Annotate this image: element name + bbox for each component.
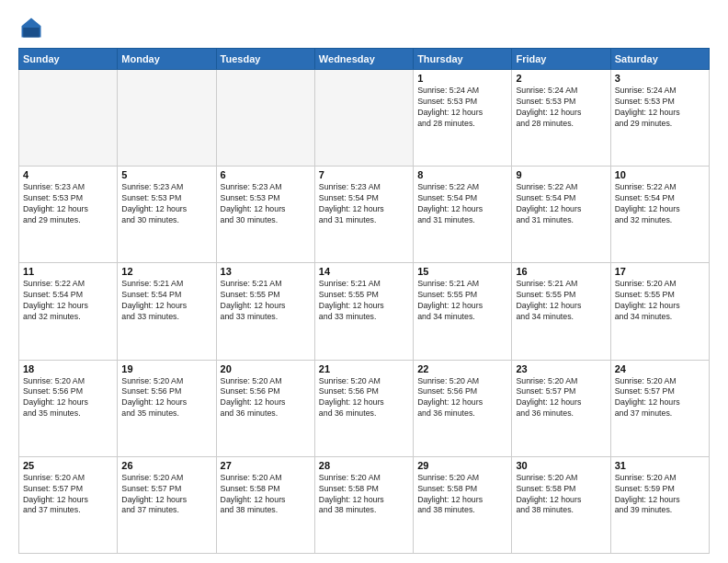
day-cell: 31Sunrise: 5:20 AM Sunset: 5:59 PM Dayli… — [610, 456, 709, 553]
day-info: Sunrise: 5:20 AM Sunset: 5:56 PM Dayligh… — [23, 376, 113, 420]
day-number: 16 — [516, 266, 606, 277]
day-number: 29 — [417, 460, 507, 471]
day-number: 11 — [23, 266, 113, 277]
day-info: Sunrise: 5:20 AM Sunset: 5:57 PM Dayligh… — [121, 473, 211, 517]
day-cell: 1Sunrise: 5:24 AM Sunset: 5:53 PM Daylig… — [414, 70, 512, 167]
day-cell: 12Sunrise: 5:21 AM Sunset: 5:54 PM Dayli… — [118, 263, 216, 360]
day-cell: 14Sunrise: 5:21 AM Sunset: 5:55 PM Dayli… — [314, 263, 413, 360]
svg-rect-2 — [23, 28, 40, 38]
day-cell: 2Sunrise: 5:24 AM Sunset: 5:53 PM Daylig… — [512, 70, 610, 167]
day-cell: 11Sunrise: 5:22 AM Sunset: 5:54 PM Dayli… — [19, 263, 118, 360]
day-cell — [19, 70, 118, 167]
day-info: Sunrise: 5:20 AM Sunset: 5:59 PM Dayligh… — [615, 473, 705, 517]
weekday-wednesday: Wednesday — [314, 49, 413, 70]
day-cell: 20Sunrise: 5:20 AM Sunset: 5:56 PM Dayli… — [216, 360, 314, 456]
day-info: Sunrise: 5:23 AM Sunset: 5:53 PM Dayligh… — [121, 182, 211, 226]
day-info: Sunrise: 5:22 AM Sunset: 5:54 PM Dayligh… — [615, 182, 705, 226]
day-info: Sunrise: 5:20 AM Sunset: 5:58 PM Dayligh… — [319, 473, 409, 517]
day-info: Sunrise: 5:20 AM Sunset: 5:57 PM Dayligh… — [516, 376, 606, 420]
day-number: 20 — [221, 363, 311, 374]
page: SundayMondayTuesdayWednesdayThursdayFrid… — [0, 0, 728, 563]
day-info: Sunrise: 5:21 AM Sunset: 5:55 PM Dayligh… — [221, 279, 311, 323]
day-number: 28 — [319, 460, 409, 471]
day-number: 17 — [615, 266, 705, 277]
day-number: 18 — [23, 363, 113, 374]
day-number: 30 — [516, 460, 606, 471]
day-info: Sunrise: 5:20 AM Sunset: 5:56 PM Dayligh… — [417, 376, 507, 420]
day-cell: 10Sunrise: 5:22 AM Sunset: 5:54 PM Dayli… — [610, 167, 709, 263]
day-number: 3 — [615, 73, 705, 84]
day-number: 4 — [23, 169, 113, 180]
week-row-5: 25Sunrise: 5:20 AM Sunset: 5:57 PM Dayli… — [19, 456, 710, 553]
day-cell: 29Sunrise: 5:20 AM Sunset: 5:58 PM Dayli… — [414, 456, 512, 553]
weekday-tuesday: Tuesday — [216, 49, 314, 70]
day-number: 27 — [221, 460, 311, 471]
day-cell: 9Sunrise: 5:22 AM Sunset: 5:54 PM Daylig… — [512, 167, 610, 263]
day-number: 26 — [121, 460, 211, 471]
day-number: 23 — [516, 363, 606, 374]
day-number: 21 — [319, 363, 409, 374]
day-number: 22 — [417, 363, 507, 374]
day-number: 2 — [516, 73, 606, 84]
day-cell: 26Sunrise: 5:20 AM Sunset: 5:57 PM Dayli… — [118, 456, 216, 553]
weekday-thursday: Thursday — [414, 49, 512, 70]
day-info: Sunrise: 5:21 AM Sunset: 5:55 PM Dayligh… — [516, 279, 606, 323]
day-cell: 25Sunrise: 5:20 AM Sunset: 5:57 PM Dayli… — [19, 456, 118, 553]
weekday-saturday: Saturday — [610, 49, 709, 70]
day-cell: 13Sunrise: 5:21 AM Sunset: 5:55 PM Dayli… — [216, 263, 314, 360]
day-info: Sunrise: 5:21 AM Sunset: 5:55 PM Dayligh… — [417, 279, 507, 323]
day-cell: 3Sunrise: 5:24 AM Sunset: 5:53 PM Daylig… — [610, 70, 709, 167]
day-info: Sunrise: 5:20 AM Sunset: 5:55 PM Dayligh… — [615, 279, 705, 323]
day-info: Sunrise: 5:22 AM Sunset: 5:54 PM Dayligh… — [417, 182, 507, 226]
day-cell: 6Sunrise: 5:23 AM Sunset: 5:53 PM Daylig… — [216, 167, 314, 263]
day-number: 10 — [615, 169, 705, 180]
day-number: 7 — [319, 169, 409, 180]
day-cell: 21Sunrise: 5:20 AM Sunset: 5:56 PM Dayli… — [314, 360, 413, 456]
day-number: 8 — [417, 169, 507, 180]
day-number: 6 — [221, 169, 311, 180]
day-info: Sunrise: 5:20 AM Sunset: 5:58 PM Dayligh… — [417, 473, 507, 517]
day-number: 19 — [121, 363, 211, 374]
logo — [18, 15, 48, 40]
weekday-sunday: Sunday — [19, 49, 118, 70]
day-info: Sunrise: 5:24 AM Sunset: 5:53 PM Dayligh… — [516, 86, 606, 130]
day-info: Sunrise: 5:20 AM Sunset: 5:56 PM Dayligh… — [221, 376, 311, 420]
day-cell: 5Sunrise: 5:23 AM Sunset: 5:53 PM Daylig… — [118, 167, 216, 263]
day-info: Sunrise: 5:21 AM Sunset: 5:55 PM Dayligh… — [319, 279, 409, 323]
day-number: 13 — [221, 266, 311, 277]
logo-icon — [18, 15, 44, 40]
calendar-table: SundayMondayTuesdayWednesdayThursdayFrid… — [18, 48, 710, 554]
day-info: Sunrise: 5:23 AM Sunset: 5:53 PM Dayligh… — [23, 182, 113, 226]
day-number: 12 — [121, 266, 211, 277]
day-cell: 4Sunrise: 5:23 AM Sunset: 5:53 PM Daylig… — [19, 167, 118, 263]
day-number: 9 — [516, 169, 606, 180]
day-number: 24 — [615, 363, 705, 374]
day-cell: 18Sunrise: 5:20 AM Sunset: 5:56 PM Dayli… — [19, 360, 118, 456]
week-row-3: 11Sunrise: 5:22 AM Sunset: 5:54 PM Dayli… — [19, 263, 710, 360]
day-cell — [314, 70, 413, 167]
day-cell: 22Sunrise: 5:20 AM Sunset: 5:56 PM Dayli… — [414, 360, 512, 456]
weekday-header-row: SundayMondayTuesdayWednesdayThursdayFrid… — [19, 49, 710, 70]
day-info: Sunrise: 5:22 AM Sunset: 5:54 PM Dayligh… — [516, 182, 606, 226]
week-row-2: 4Sunrise: 5:23 AM Sunset: 5:53 PM Daylig… — [19, 167, 710, 263]
day-cell: 7Sunrise: 5:23 AM Sunset: 5:54 PM Daylig… — [314, 167, 413, 263]
week-row-1: 1Sunrise: 5:24 AM Sunset: 5:53 PM Daylig… — [19, 70, 710, 167]
day-info: Sunrise: 5:20 AM Sunset: 5:58 PM Dayligh… — [516, 473, 606, 517]
day-number: 1 — [417, 73, 507, 84]
day-number: 14 — [319, 266, 409, 277]
week-row-4: 18Sunrise: 5:20 AM Sunset: 5:56 PM Dayli… — [19, 360, 710, 456]
day-info: Sunrise: 5:21 AM Sunset: 5:54 PM Dayligh… — [121, 279, 211, 323]
day-info: Sunrise: 5:23 AM Sunset: 5:54 PM Dayligh… — [319, 182, 409, 226]
day-cell: 23Sunrise: 5:20 AM Sunset: 5:57 PM Dayli… — [512, 360, 610, 456]
day-info: Sunrise: 5:20 AM Sunset: 5:56 PM Dayligh… — [319, 376, 409, 420]
day-number: 25 — [23, 460, 113, 471]
day-cell — [216, 70, 314, 167]
day-cell: 16Sunrise: 5:21 AM Sunset: 5:55 PM Dayli… — [512, 263, 610, 360]
day-info: Sunrise: 5:20 AM Sunset: 5:58 PM Dayligh… — [221, 473, 311, 517]
day-info: Sunrise: 5:22 AM Sunset: 5:54 PM Dayligh… — [23, 279, 113, 323]
day-cell: 17Sunrise: 5:20 AM Sunset: 5:55 PM Dayli… — [610, 263, 709, 360]
day-info: Sunrise: 5:24 AM Sunset: 5:53 PM Dayligh… — [615, 86, 705, 130]
day-info: Sunrise: 5:20 AM Sunset: 5:57 PM Dayligh… — [23, 473, 113, 517]
day-number: 5 — [121, 169, 211, 180]
header — [18, 15, 710, 40]
